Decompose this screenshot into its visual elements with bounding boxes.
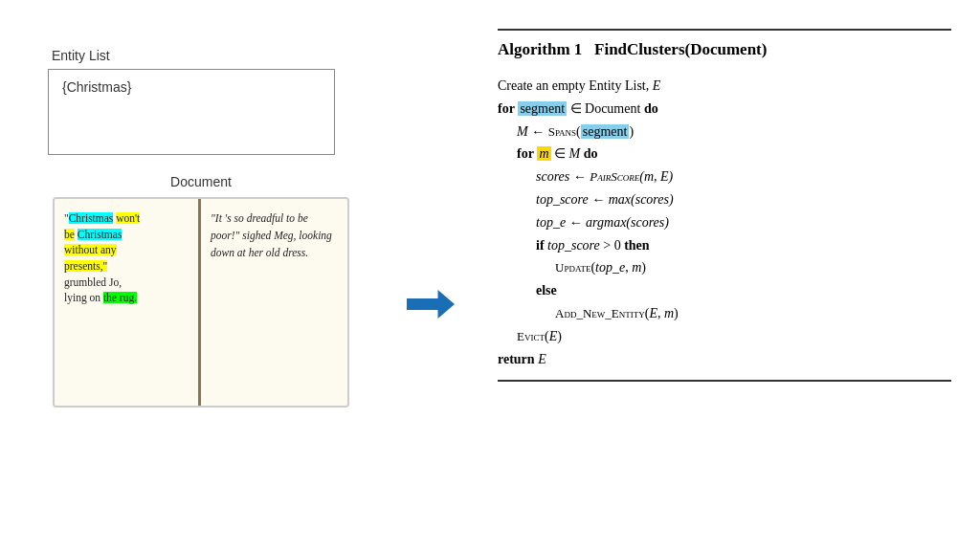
document-section: Document "Christmas won'tbe Christmaswit…: [48, 174, 354, 408]
algo-line-1: Create an empty Entity List, E: [498, 75, 951, 98]
book-right-page: "It 's so dreadful to be poor!" sighed M…: [201, 199, 347, 406]
algo-line-8: if top_score > 0 then: [498, 234, 951, 257]
algo-line-7: top_e ← argmax(scores): [498, 211, 951, 234]
entity-list-section: Entity List {Christmas}: [48, 48, 354, 155]
algo-line-3: M ← Spans(segment): [498, 121, 951, 143]
algo-line-12: Evict(E): [498, 325, 951, 348]
entity-list-label: Entity List: [52, 48, 354, 63]
arrow-section: [402, 77, 459, 532]
algo-line-10: else: [498, 279, 951, 302]
algo-line-2: for segment ∈ Document do: [498, 98, 951, 121]
algorithm-body: Create an empty Entity List, E for segme…: [498, 75, 951, 370]
entity-list-content: {Christmas}: [62, 79, 131, 95]
algo-line-4: for m ∈ M do: [498, 143, 951, 165]
book-illustration: "Christmas won'tbe Christmaswithout anyp…: [53, 197, 349, 408]
without-any-highlight: without anypresents,": [64, 244, 117, 272]
christmas-highlight-1: Christmas: [69, 212, 114, 224]
right-arrow-icon: [407, 290, 455, 319]
the-rug-highlight: the rug.: [103, 292, 137, 303]
entity-list-box: {Christmas}: [48, 69, 335, 155]
algorithm-title: Algorithm 1 FindClusters(Document): [498, 40, 951, 65]
algo-line-13: return E: [498, 348, 951, 371]
document-label: Document: [170, 174, 232, 189]
christmas-highlight-2: Christmas: [78, 229, 122, 240]
main-container: Entity List {Christmas} Document "Christ…: [0, 0, 980, 551]
algorithm-box: Algorithm 1 FindClusters(Document) Creat…: [498, 29, 951, 382]
left-panel: Entity List {Christmas} Document "Christ…: [19, 19, 383, 532]
algo-line-6: top_score ← max(scores): [498, 188, 951, 211]
right-panel: Algorithm 1 FindClusters(Document) Creat…: [479, 19, 961, 532]
quote-open: ": [64, 212, 69, 224]
algo-line-9: Update(top_e, m): [498, 256, 951, 279]
algo-func-name: FindClusters(Document): [594, 40, 767, 58]
algo-line-11: Add_New_Entity(E, m): [498, 302, 951, 325]
algo-line-5: scores ← PairScore(m, E): [498, 165, 951, 188]
book-left-page: "Christmas won'tbe Christmaswithout anyp…: [55, 199, 201, 406]
algo-number: Algorithm 1: [498, 40, 582, 58]
